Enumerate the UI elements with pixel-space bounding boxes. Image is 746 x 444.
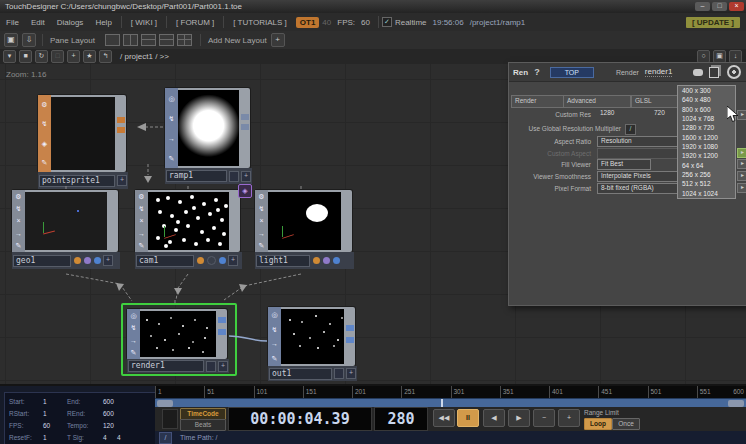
wiki-link[interactable]: [ WIKI ] — [125, 18, 163, 27]
node-viewer[interactable] — [268, 192, 341, 250]
menu-item[interactable]: 400 x 300 — [678, 86, 735, 95]
resetf-value[interactable]: 1 — [43, 434, 67, 441]
pencil-icon[interactable]: ✎ — [16, 242, 22, 249]
pencil-icon[interactable]: ✎ — [169, 155, 175, 162]
spinner-icon[interactable]: ▸ — [737, 171, 746, 181]
node-viewer[interactable] — [25, 192, 107, 250]
tsig-value2[interactable]: 4 — [117, 434, 141, 441]
node-sidebar-icons[interactable]: ⚙ ↯ × → ✎ — [255, 190, 268, 252]
render-flag[interactable] — [74, 257, 81, 264]
tab-render[interactable]: Render — [511, 95, 565, 108]
node-plus-button[interactable]: + — [241, 171, 251, 182]
folder-up-icon[interactable]: ↰ — [99, 50, 112, 63]
node-viewer[interactable] — [178, 90, 239, 166]
node-plus-button[interactable]: + — [103, 255, 113, 266]
step-forward-button[interactable]: + — [558, 409, 580, 427]
frame-display[interactable]: 280 — [374, 407, 428, 431]
refresh-icon[interactable]: ↻ — [35, 50, 48, 63]
spinner-icon[interactable]: ▸ — [737, 110, 746, 120]
layout-preset-vsplit[interactable] — [123, 34, 138, 46]
chevron-down-icon[interactable]: ▾ — [3, 50, 16, 63]
target-icon[interactable]: ◎ — [130, 312, 136, 319]
display-flag[interactable] — [219, 257, 226, 264]
ramp-display-flag-icon[interactable]: ◈ — [238, 184, 252, 198]
node-viewer[interactable] — [51, 97, 115, 170]
node-name[interactable]: cam1 — [136, 255, 194, 267]
node-plus-button[interactable]: + — [346, 368, 356, 379]
node-geo1[interactable]: ⚙ ↯ × → ✎ — [12, 190, 118, 252]
output-connector[interactable] — [117, 127, 125, 133]
node-out1[interactable]: ◎ ↯ → ✎ — [268, 307, 355, 366]
menu-item[interactable]: 1280 x 720 — [678, 123, 735, 132]
rstart-value[interactable]: 1 — [43, 410, 67, 417]
loop-button[interactable]: Loop — [584, 418, 612, 430]
target-icon[interactable] — [727, 65, 741, 79]
arrow-icon[interactable]: → — [258, 230, 265, 237]
pause-button[interactable]: II — [457, 409, 479, 427]
node-name[interactable]: out1 — [269, 368, 332, 380]
node-sidebar-icons[interactable]: ⚙ ↯ × → ✎ — [135, 190, 148, 252]
help-icon[interactable]: ? — [534, 67, 540, 77]
node-viewer[interactable] — [148, 192, 229, 250]
comment-icon[interactable] — [693, 69, 703, 76]
range-start-handle[interactable] — [157, 400, 173, 407]
lightning-icon[interactable]: ↯ — [272, 326, 278, 333]
network-path[interactable]: / project1 / >> — [120, 52, 169, 61]
param-value-fill-viewer[interactable]: Fit Best — [597, 159, 651, 170]
node-ramp1[interactable]: ◎ ↯ → ✎ — [165, 88, 250, 168]
save-layout-icon[interactable]: ⇩ — [22, 33, 36, 47]
start-value[interactable]: 1 — [43, 398, 67, 405]
arrow-icon[interactable]: → — [138, 230, 145, 237]
node-sidebar-icons[interactable]: ⚙ ↯ ◈ ✎ — [38, 95, 51, 172]
spinner-icon[interactable]: ▸ — [737, 183, 746, 193]
layout-preset-single[interactable] — [105, 34, 120, 46]
node-pointsprite1[interactable]: ⚙ ↯ ◈ ✎ — [38, 95, 126, 172]
arrow-icon[interactable]: → — [168, 135, 175, 142]
jump-to-start-button[interactable]: ◀◀ — [433, 409, 455, 427]
output-connector[interactable] — [346, 337, 354, 343]
node-plus-button[interactable]: + — [117, 175, 127, 186]
slash-icon[interactable]: / — [159, 432, 172, 444]
tsig-value1[interactable]: 4 — [103, 434, 117, 441]
output-connector[interactable] — [218, 317, 226, 323]
pencil-icon[interactable]: ✎ — [259, 242, 265, 249]
pencil-icon[interactable]: ✎ — [131, 349, 137, 356]
node-viewer[interactable] — [281, 309, 344, 364]
plus-icon[interactable]: + — [67, 50, 80, 63]
node-name[interactable]: ramp1 — [166, 170, 227, 182]
monitor-icon[interactable]: ▣ — [4, 33, 18, 47]
arrow-icon[interactable]: → — [130, 337, 137, 344]
menu-item[interactable]: 1024 x 1024 — [678, 189, 735, 198]
lightning-icon[interactable]: ↯ — [42, 120, 48, 127]
menu-dialogs[interactable]: Dialogs — [51, 18, 90, 27]
diamond-icon[interactable]: ◈ — [42, 140, 47, 147]
menu-item[interactable]: 800 x 600 — [678, 105, 735, 114]
lightning-icon[interactable]: ↯ — [259, 205, 265, 212]
play-forward-button[interactable]: ▶ — [508, 409, 530, 427]
node-flag-box[interactable] — [229, 171, 239, 182]
ghost-icon[interactable]: □ — [51, 50, 64, 63]
pencil-icon[interactable]: ✎ — [42, 159, 48, 166]
layout-preset-mixed[interactable] — [177, 34, 192, 46]
pencil-icon[interactable]: ✎ — [139, 242, 145, 249]
menu-item[interactable]: 1600 x 1200 — [678, 133, 735, 142]
node-flag-box[interactable] — [206, 361, 216, 372]
tab-advanced[interactable]: Advanced — [563, 95, 631, 108]
close-icon[interactable]: × — [259, 217, 263, 224]
menu-edit[interactable]: Edit — [25, 18, 51, 27]
output-connector[interactable] — [346, 325, 354, 331]
fps-value[interactable]: 60 — [43, 422, 67, 429]
range-end-handle[interactable] — [728, 400, 744, 407]
arrow-icon[interactable]: → — [15, 230, 22, 237]
timeline-ruler[interactable]: 1 51 101 151 201 251 301 351 401 451 501… — [155, 386, 746, 398]
output-connector[interactable] — [241, 124, 249, 130]
menu-item[interactable]: 64 x 64 — [678, 161, 735, 170]
node-cam1[interactable]: ⚙ ↯ × → ✎ — [135, 190, 240, 252]
gear-icon[interactable]: ⚙ — [41, 101, 47, 108]
pages-icon[interactable] — [709, 67, 719, 78]
pickable-flag[interactable] — [323, 257, 330, 264]
output-connector[interactable] — [117, 117, 125, 123]
node-plus-button[interactable]: + — [228, 255, 238, 266]
menu-item[interactable]: 256 x 256 — [678, 170, 735, 179]
inactive-flag[interactable] — [207, 256, 216, 265]
